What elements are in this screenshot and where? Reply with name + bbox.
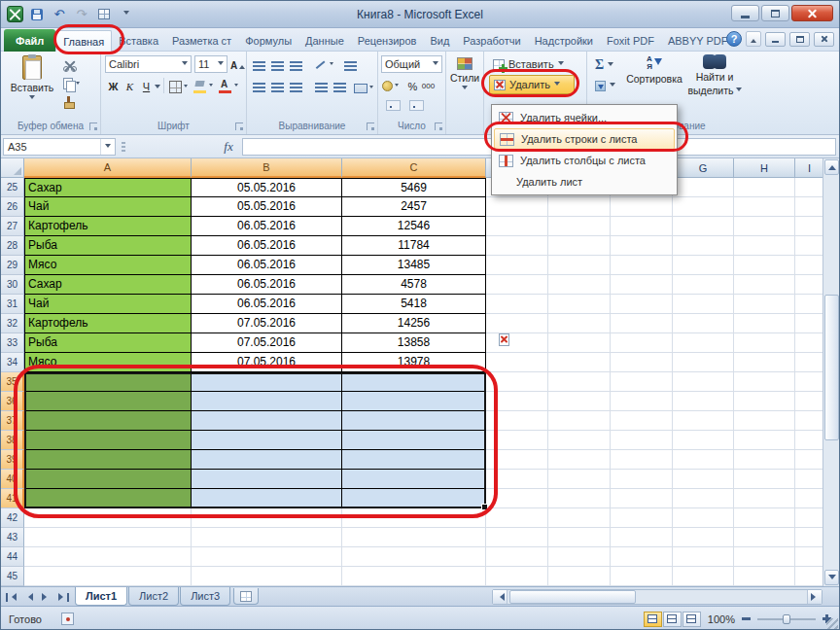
cell-I33[interactable] [795,333,824,353]
cell-D37[interactable] [486,411,548,431]
row-header-31[interactable]: 31 [1,295,24,314]
cell-E29[interactable] [548,256,611,275]
orientation-button[interactable] [315,56,333,73]
cell-E40[interactable] [548,470,611,489]
cell-G28[interactable] [673,236,734,256]
workbook-restore-button[interactable] [789,32,810,47]
row-header-30[interactable]: 30 [1,275,24,295]
row-header-40[interactable]: 40 [1,470,24,489]
tab-ABBYY PDF T[interactable]: ABBYY PDF T [661,30,733,52]
cell-G42[interactable] [673,508,734,528]
cell-B38[interactable] [192,431,342,450]
cell-F30[interactable] [611,275,673,295]
cell-H44[interactable] [734,547,795,567]
cell-E42[interactable] [548,508,611,528]
sheet-tab-Лист1[interactable]: Лист1 [75,587,127,606]
cell-C39[interactable] [342,450,486,470]
cell-B40[interactable] [192,470,342,489]
cell-F44[interactable] [611,547,673,567]
tab-Главная[interactable]: Главная [55,30,112,52]
formula-bar-grip[interactable] [122,142,125,153]
cell-A42[interactable] [24,508,192,528]
cell-E44[interactable] [548,547,611,567]
cell-G30[interactable] [673,275,734,295]
cell-D43[interactable] [486,528,548,547]
cell-A37[interactable] [24,411,192,431]
cell-B41[interactable] [192,489,342,508]
cell-B35[interactable] [192,372,342,392]
quick-table-button[interactable] [95,6,113,23]
cell-E32[interactable] [548,314,611,333]
cell-C41[interactable] [342,489,486,508]
cell-F27[interactable] [611,217,673,236]
cell-F33[interactable] [611,333,673,353]
fill-color-button[interactable] [193,78,213,94]
cell-C29[interactable]: 13485 [342,256,486,275]
tab-Разметка ст[interactable]: Разметка ст [165,30,238,52]
cell-B39[interactable] [192,450,342,470]
cell-E37[interactable] [548,411,611,431]
cell-A28[interactable]: Рыба [24,236,192,256]
cell-A39[interactable] [24,450,192,470]
cell-A31[interactable]: Чай [24,295,192,314]
menu-item[interactable]: Удалить столбцы с листа [494,150,675,171]
cell-E45[interactable] [548,567,611,586]
cell-H42[interactable] [734,508,795,528]
cell-I32[interactable] [795,314,824,333]
tab-Данные[interactable]: Данные [298,30,351,52]
close-button[interactable] [791,5,833,21]
cell-G44[interactable] [673,547,734,567]
font-size-combo[interactable]: 11 [194,55,228,73]
menu-item[interactable]: Удалить ячейки... [494,107,675,128]
cell-C40[interactable] [342,470,486,489]
cell-G26[interactable] [673,197,734,217]
cell-H28[interactable] [734,236,795,256]
row-header-26[interactable]: 26 [1,197,24,217]
row-header-36[interactable]: 36 [1,392,24,411]
cell-F39[interactable] [611,450,673,470]
cell-C33[interactable]: 13858 [342,333,486,353]
cell-I28[interactable] [795,236,824,256]
decrease-indent-button[interactable] [315,79,328,95]
cell-H40[interactable] [734,470,795,489]
cell-E28[interactable] [548,236,611,256]
cell-A27[interactable]: Картофель [24,217,192,236]
cell-H45[interactable] [734,567,795,586]
cell-C38[interactable] [342,431,486,450]
cell-A30[interactable]: Сахар [24,275,192,295]
cell-D29[interactable] [486,256,548,275]
cell-I36[interactable] [795,392,824,411]
resize-grip[interactable] [826,618,838,630]
cell-C37[interactable] [342,411,486,431]
next-sheet-button[interactable] [38,589,53,605]
cell-A45[interactable] [24,567,192,586]
align-left-button[interactable] [253,79,265,95]
cell-I45[interactable] [795,567,824,586]
row-header-43[interactable]: 43 [1,528,24,547]
column-header-G[interactable]: G [673,158,734,178]
merge-center-button[interactable] [354,80,373,96]
cell-H34[interactable] [734,353,795,372]
cell-H41[interactable] [734,489,795,508]
cell-F28[interactable] [611,236,673,256]
cell-G31[interactable] [673,295,734,314]
horizontal-scrollbar[interactable] [492,589,822,605]
cell-D27[interactable] [486,217,548,236]
cell-F42[interactable] [611,508,673,528]
accounting-format-button[interactable] [382,78,399,94]
align-right-button[interactable] [290,79,302,95]
sheet-tab-Лист2[interactable]: Лист2 [128,587,179,606]
cell-D45[interactable] [486,567,548,586]
column-header-C[interactable]: C [342,158,486,178]
cell-A43[interactable] [24,528,192,547]
qat-customize-button[interactable] [118,6,135,23]
font-dialog-launcher[interactable] [235,122,243,130]
cell-G27[interactable] [673,217,734,236]
cell-B45[interactable] [192,567,342,586]
cell-I27[interactable] [795,217,824,236]
cell-A33[interactable]: Рыба [24,333,192,353]
grow-font-button[interactable]: А [230,57,245,74]
insert-sheet-button[interactable] [233,588,259,605]
cell-E34[interactable] [548,353,611,372]
cell-D44[interactable] [486,547,548,567]
